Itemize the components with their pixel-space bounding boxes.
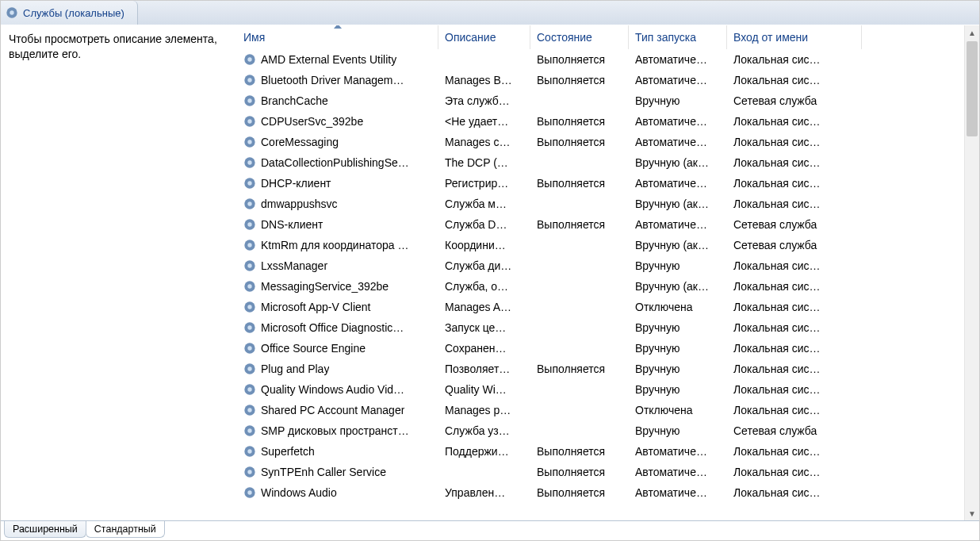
cell-state: Выполняется [530, 218, 629, 231]
description-pane: Чтобы просмотреть описание элемента, выд… [1, 25, 237, 520]
col-state[interactable]: Состояние [530, 25, 629, 49]
svg-point-27 [247, 305, 251, 309]
cell-name: Quality Windows Audio Vid… [237, 383, 438, 396]
gear-icon [243, 94, 256, 107]
cell-logon: Локальная сис… [727, 136, 862, 148]
col-startup[interactable]: Тип запуска [629, 25, 727, 49]
service-row[interactable]: Bluetooth Driver Managem…Manages B…Выпол… [237, 70, 964, 90]
cell-logon: Локальная сис… [727, 383, 862, 396]
svg-point-39 [247, 428, 251, 432]
gear-icon [243, 177, 256, 190]
gear-icon [243, 363, 256, 375]
gear-icon [243, 424, 256, 437]
service-row[interactable]: Microsoft Office Diagnostic…Запуск це…Вр… [237, 317, 964, 338]
cell-name: LxssManager [237, 259, 438, 272]
scroll-thumb[interactable] [967, 41, 978, 136]
body: Чтобы просмотреть описание элемента, выд… [1, 25, 979, 520]
gear-icon [243, 280, 256, 293]
cell-name: MessagingService_392be [237, 280, 438, 293]
cell-name: Bluetooth Driver Managem… [237, 74, 438, 86]
service-row[interactable]: Windows AudioУправлен…ВыполняетсяАвтомат… [237, 482, 964, 503]
cell-startup: Автоматиче… [629, 218, 727, 231]
cell-startup: Автоматиче… [629, 445, 727, 458]
col-name[interactable]: Имя [237, 25, 438, 49]
vertical-scrollbar[interactable]: ▲ ▼ [964, 25, 979, 520]
cell-name: Microsoft App-V Client [237, 301, 438, 313]
service-row[interactable]: SuperfetchПоддержи…ВыполняетсяАвтоматиче… [237, 441, 964, 462]
cell-logon: Сетевая служба [727, 218, 862, 231]
service-row[interactable]: KtmRm для координатора …Координи…Вручную… [237, 235, 964, 255]
cell-name: Windows Audio [237, 486, 438, 499]
cell-startup: Автоматиче… [629, 74, 727, 86]
cell-logon: Локальная сис… [727, 259, 862, 272]
service-row[interactable]: Shared PC Account ManagerManages p…Отклю… [237, 400, 964, 420]
cell-logon: Локальная сис… [727, 177, 862, 190]
service-row[interactable]: AMD External Events UtilityВыполняетсяАв… [237, 49, 964, 70]
col-description[interactable]: Описание [438, 25, 530, 49]
cell-description: Quality Wi… [438, 383, 530, 396]
svg-point-15 [247, 181, 251, 185]
tab-extended[interactable]: Расширенный [4, 521, 86, 538]
scroll-down-arrow-icon[interactable]: ▼ [965, 506, 979, 520]
view-tabs: Расширенный Стандартный [1, 520, 979, 540]
service-row[interactable]: CoreMessagingManages c…ВыполняетсяАвтома… [237, 132, 964, 152]
services-window: Службы (локальные) Чтобы просмотреть опи… [0, 0, 980, 541]
service-name: Shared PC Account Manager [261, 404, 404, 416]
tab-standard[interactable]: Стандартный [86, 521, 165, 538]
service-name: Superfetch [261, 445, 315, 458]
cell-startup: Автоматиче… [629, 115, 727, 128]
cell-description: Регистрир… [438, 177, 530, 190]
description-text: Чтобы просмотреть описание элемента, выд… [9, 32, 229, 62]
gear-icon [243, 218, 256, 231]
header-tab[interactable]: Службы (локальные) [1, 1, 138, 25]
cell-startup: Автоматиче… [629, 466, 727, 478]
col-logon[interactable]: Вход от имени [727, 25, 862, 49]
service-row[interactable]: SMP дисковых пространст…Служба уз…Вручну… [237, 420, 964, 441]
header-title: Службы (локальные) [23, 7, 124, 19]
cell-name: dmwappushsvc [237, 198, 438, 210]
cell-logon: Локальная сис… [727, 486, 862, 499]
cell-state: Выполняется [530, 53, 629, 66]
gear-icon [243, 115, 256, 128]
cell-description: The DCP (… [438, 156, 530, 169]
cell-startup: Вручную [629, 321, 727, 334]
svg-point-35 [247, 387, 251, 391]
cell-description: Эта служб… [438, 94, 530, 107]
cell-name: CoreMessaging [237, 136, 438, 148]
service-rows: AMD External Events UtilityВыполняетсяАв… [237, 49, 964, 520]
service-row[interactable]: Quality Windows Audio Vid…Quality Wi…Вру… [237, 379, 964, 400]
service-name: Office Source Engine [261, 342, 366, 355]
service-row[interactable]: CDPUserSvc_392be<Не удает…ВыполняетсяАвт… [237, 111, 964, 132]
cell-name: CDPUserSvc_392be [237, 115, 438, 128]
gear-icon [243, 445, 256, 458]
svg-point-33 [247, 366, 251, 370]
cell-description: Поддержи… [438, 445, 530, 458]
svg-point-29 [247, 325, 251, 329]
service-row[interactable]: DataCollectionPublishingSe…The DCP (…Вру… [237, 152, 964, 173]
cell-name: DHCP-клиент [237, 177, 438, 190]
scroll-up-arrow-icon[interactable]: ▲ [965, 25, 979, 40]
cell-logon: Локальная сис… [727, 321, 862, 334]
service-row[interactable]: DHCP-клиентРегистрир…ВыполняетсяАвтомати… [237, 173, 964, 194]
svg-point-3 [247, 57, 251, 61]
service-row[interactable]: Plug and PlayПозволяет…ВыполняетсяВручну… [237, 359, 964, 379]
cell-logon: Локальная сис… [727, 363, 862, 375]
gear-icon [243, 74, 256, 86]
service-row[interactable]: MessagingService_392beСлужба, о…Вручную … [237, 276, 964, 297]
service-name: DHCP-клиент [261, 177, 331, 190]
service-row[interactable]: DNS-клиентСлужба D…ВыполняетсяАвтоматиче… [237, 214, 964, 235]
svg-point-45 [247, 490, 251, 494]
service-row[interactable]: Microsoft App-V ClientManages A…Отключен… [237, 297, 964, 317]
service-row[interactable]: LxssManagerСлужба ди…ВручнуюЛокальная си… [237, 255, 964, 276]
cell-name: Shared PC Account Manager [237, 404, 438, 416]
service-row[interactable]: SynTPEnh Caller ServiceВыполняетсяАвтома… [237, 462, 964, 482]
service-row[interactable]: Office Source EngineСохранен…ВручнуюЛока… [237, 338, 964, 359]
cell-startup: Вручную (ак… [629, 156, 727, 169]
cell-logon: Локальная сис… [727, 53, 862, 66]
svg-point-31 [247, 346, 251, 350]
service-row[interactable]: BranchCacheЭта служб…ВручнуюСетевая служ… [237, 90, 964, 111]
cell-logon: Локальная сис… [727, 301, 862, 313]
svg-point-43 [247, 470, 251, 474]
service-row[interactable]: dmwappushsvcСлужба м…Вручную (ак…Локальн… [237, 194, 964, 214]
cell-logon: Сетевая служба [727, 424, 862, 437]
